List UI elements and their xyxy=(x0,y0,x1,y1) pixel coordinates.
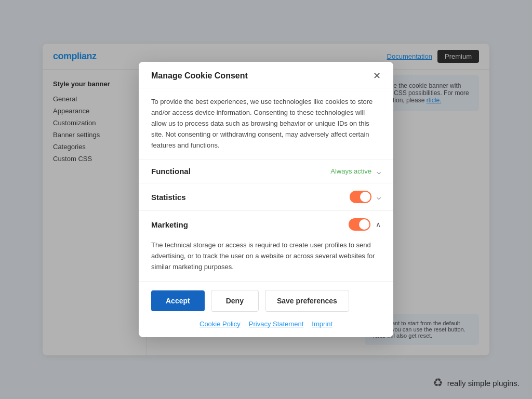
statistics-section: Statistics ⌵ xyxy=(139,183,393,211)
functional-header: Functional Always active ⌵ xyxy=(139,159,393,183)
modal-title: Manage Cookie Consent xyxy=(151,71,248,81)
marketing-header: Marketing ∧ xyxy=(139,211,393,238)
statistics-toggle[interactable] xyxy=(350,191,371,203)
functional-chevron-icon[interactable]: ⌵ xyxy=(377,167,381,176)
functional-title: Functional xyxy=(151,167,191,176)
marketing-toggle[interactable] xyxy=(349,218,370,231)
accept-button[interactable]: Accept xyxy=(151,290,205,311)
imprint-link[interactable]: Imprint xyxy=(312,320,332,328)
modal-close-button[interactable]: ✕ xyxy=(373,71,381,81)
modal-actions: Accept Deny Save preferences xyxy=(139,282,393,320)
statistics-header: Statistics ⌵ xyxy=(139,183,393,210)
marketing-section: Marketing ∧ The technical storage or acc… xyxy=(139,211,393,281)
deny-button[interactable]: Deny xyxy=(211,290,259,312)
statistics-right: ⌵ xyxy=(350,191,381,203)
statistics-chevron-icon[interactable]: ⌵ xyxy=(377,193,381,201)
modal-description: To provide the best experiences, we use … xyxy=(139,88,393,159)
save-preferences-button[interactable]: Save preferences xyxy=(265,290,349,312)
functional-right: Always active ⌵ xyxy=(330,167,381,176)
marketing-title: Marketing xyxy=(151,220,188,229)
marketing-body: The technical storage or access is requi… xyxy=(139,238,393,281)
privacy-statement-link[interactable]: Privacy Statement xyxy=(249,320,304,328)
cookie-consent-modal: Manage Cookie Consent ✕ To provide the b… xyxy=(139,62,393,337)
modal-footer-links: Cookie Policy Privacy Statement Imprint xyxy=(139,320,393,337)
marketing-chevron-icon[interactable]: ∧ xyxy=(376,220,381,229)
modal-overlay: Manage Cookie Consent ✕ To provide the b… xyxy=(0,0,532,399)
cookie-policy-link[interactable]: Cookie Policy xyxy=(200,320,241,328)
marketing-right: ∧ xyxy=(349,218,381,231)
always-active-label: Always active xyxy=(330,167,371,175)
functional-section: Functional Always active ⌵ xyxy=(139,159,393,183)
statistics-title: Statistics xyxy=(151,193,186,202)
modal-header: Manage Cookie Consent ✕ xyxy=(139,62,393,88)
